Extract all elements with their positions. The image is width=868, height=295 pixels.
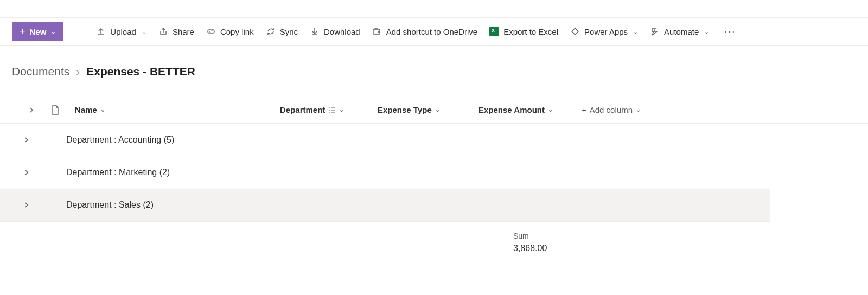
list-header: Name ⌄ Department ⌄ Expense Type ⌄ Expen… bbox=[0, 97, 868, 124]
sync-label: Sync bbox=[280, 27, 298, 36]
onedrive-shortcut-icon bbox=[372, 27, 382, 36]
aggregate-label: Sum bbox=[513, 232, 868, 240]
group-label: Department : Sales (2) bbox=[66, 200, 154, 210]
export-excel-button[interactable]: Export to Excel bbox=[488, 24, 559, 39]
chevron-down-icon: ⌄ bbox=[339, 106, 344, 113]
share-label: Share bbox=[173, 27, 194, 36]
chevron-right-icon bbox=[23, 137, 30, 143]
list-body: Department : Accounting (5) Department :… bbox=[0, 124, 770, 222]
add-column-button[interactable]: + Add column ⌄ bbox=[582, 105, 668, 114]
expand-toggle[interactable] bbox=[12, 137, 41, 143]
new-button-label: New bbox=[30, 27, 47, 36]
group-label: Department : Accounting (5) bbox=[66, 135, 174, 145]
column-expense-amount-label: Expense Amount bbox=[478, 105, 545, 114]
column-expense-amount[interactable]: Expense Amount ⌄ bbox=[478, 105, 582, 114]
command-bar: + New ⌄ Upload ⌄ Share Copy link Sync Do… bbox=[0, 17, 868, 46]
expand-all-toggle[interactable] bbox=[12, 107, 51, 113]
share-icon bbox=[158, 27, 168, 36]
chevron-down-icon: ⌄ bbox=[704, 28, 709, 35]
share-button[interactable]: Share bbox=[157, 24, 195, 39]
chevron-down-icon: ⌄ bbox=[633, 28, 638, 35]
plus-icon: + bbox=[582, 105, 586, 114]
download-icon bbox=[310, 27, 320, 36]
group-row[interactable]: Department : Sales (2) bbox=[0, 189, 770, 221]
sync-button[interactable]: Sync bbox=[265, 24, 299, 39]
export-excel-label: Export to Excel bbox=[503, 27, 558, 36]
upload-button[interactable]: Upload ⌄ bbox=[95, 24, 148, 39]
power-apps-button[interactable]: Power Apps ⌄ bbox=[569, 24, 639, 39]
chevron-down-icon: ⌄ bbox=[50, 28, 56, 35]
chevron-down-icon: ⌄ bbox=[142, 28, 146, 35]
copy-link-label: Copy link bbox=[220, 27, 254, 36]
aggregate-value: 3,868.00 bbox=[513, 243, 868, 253]
download-label: Download bbox=[324, 27, 360, 36]
breadcrumb-root[interactable]: Documents bbox=[12, 65, 69, 78]
grouped-icon bbox=[328, 107, 336, 113]
chevron-down-icon: ⌄ bbox=[548, 106, 553, 113]
column-expense-type[interactable]: Expense Type ⌄ bbox=[378, 105, 478, 114]
file-type-header[interactable] bbox=[51, 105, 75, 115]
automate-button[interactable]: Automate ⌄ bbox=[649, 24, 710, 39]
chevron-down-icon: ⌄ bbox=[636, 106, 641, 113]
breadcrumb: Documents › Expenses - BETTER bbox=[0, 46, 868, 84]
automate-label: Automate bbox=[664, 27, 699, 36]
plus-icon: + bbox=[20, 27, 25, 36]
file-icon bbox=[51, 105, 60, 115]
chevron-down-icon: ⌄ bbox=[435, 106, 440, 113]
chevron-right-icon bbox=[23, 202, 30, 208]
link-icon bbox=[206, 27, 216, 36]
expand-toggle[interactable] bbox=[12, 202, 41, 208]
upload-label: Upload bbox=[110, 27, 136, 36]
group-label: Department : Marketing (2) bbox=[66, 168, 170, 177]
group-row[interactable]: Department : Marketing (2) bbox=[0, 156, 770, 189]
download-button[interactable]: Download bbox=[309, 24, 361, 39]
add-shortcut-label: Add shortcut to OneDrive bbox=[386, 27, 477, 36]
copy-link-button[interactable]: Copy link bbox=[205, 24, 255, 39]
sync-icon bbox=[266, 27, 276, 36]
expand-toggle[interactable] bbox=[12, 169, 41, 176]
column-name[interactable]: Name ⌄ bbox=[75, 105, 280, 114]
breadcrumb-current: Expenses - BETTER bbox=[86, 65, 195, 78]
group-row[interactable]: Department : Accounting (5) bbox=[0, 124, 770, 156]
power-apps-label: Power Apps bbox=[584, 27, 628, 36]
chevron-right-icon: › bbox=[76, 65, 80, 78]
column-expense-type-label: Expense Type bbox=[378, 105, 432, 114]
column-name-label: Name bbox=[75, 105, 97, 114]
chevron-down-icon: ⌄ bbox=[100, 106, 105, 113]
automate-icon bbox=[650, 27, 660, 36]
add-column-label: Add column bbox=[590, 105, 633, 114]
aggregate-block: Sum 3,868.00 bbox=[513, 222, 868, 253]
power-apps-icon bbox=[570, 27, 580, 36]
new-button[interactable]: + New ⌄ bbox=[12, 22, 63, 41]
column-department-label: Department bbox=[280, 105, 325, 114]
chevron-right-icon bbox=[28, 107, 35, 113]
more-button[interactable]: ··· bbox=[720, 26, 740, 37]
upload-icon bbox=[96, 27, 106, 36]
column-department[interactable]: Department ⌄ bbox=[280, 105, 378, 114]
add-shortcut-button[interactable]: Add shortcut to OneDrive bbox=[371, 24, 478, 39]
chevron-right-icon bbox=[23, 169, 30, 176]
excel-icon bbox=[489, 27, 499, 36]
